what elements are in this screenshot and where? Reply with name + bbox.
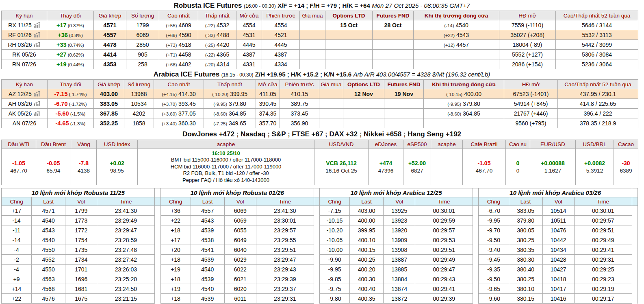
orders-column-spacer	[155, 206, 160, 216]
orders-title-spacer	[473, 188, 479, 197]
order-last: 4563	[32, 274, 65, 284]
change-cell: -5.60(-1.5%)	[48, 109, 94, 118]
change-percent: (0.44%)	[68, 62, 84, 67]
options-ltd-date: 12 Nov	[354, 91, 373, 97]
open-interest: 9560 (+795)	[516, 120, 546, 127]
order-last: 4543	[191, 216, 224, 225]
market-change: -7.8	[72, 160, 95, 166]
change-value: +36	[58, 32, 68, 38]
column-header: Futures FND	[373, 11, 414, 20]
column-header: Futures FND	[384, 80, 424, 89]
orders-column-header: Vol	[384, 197, 415, 206]
open-interest-cell: 5552 (+127)	[499, 50, 556, 59]
market-value: 467.70	[2, 168, 35, 174]
order-time: 00:29:47	[415, 265, 473, 274]
robusta-section-title: Robusta ICE Futures (16:00 - 00:30) X/F …	[1, 0, 642, 11]
order-row: +174571179923:41:30+364557606923:41:30-7…	[2, 206, 638, 216]
orders-column-spacer	[314, 255, 319, 265]
open-price: 390.45	[259, 101, 277, 107]
low-change: (-9.95)	[213, 102, 227, 107]
order-time: 00:29:53	[415, 235, 473, 245]
futures-fnd-date: 28 Oct	[384, 22, 402, 28]
robusta-title: Robusta ICE Futures	[173, 2, 242, 9]
market-change: +0.02	[98, 160, 137, 166]
change-value: -6.70	[54, 101, 67, 107]
order-change: -9.95	[319, 265, 349, 274]
futures-fnd-cell: 19 Nov	[384, 89, 424, 99]
last-cell: 4557	[94, 30, 126, 40]
open-price: 4387	[243, 51, 255, 58]
previous-session: 4554	[274, 22, 287, 28]
order-volume: 1681	[65, 284, 97, 294]
order-change: -9.95	[479, 216, 509, 225]
low-value: 4532	[217, 22, 229, 28]
order-row: -114543177223:29:47+184539605523:29:57-1…	[2, 225, 638, 235]
futures-row: AK 05/26-5.60(-1.5%)367.854202(+3.60)377…	[2, 109, 638, 118]
order-change: -9.40	[479, 245, 509, 255]
column-header: Options LTD	[325, 11, 373, 20]
volume: 1799	[136, 22, 149, 28]
low-value: 399.95	[230, 91, 247, 97]
orders-column-spacer	[473, 235, 479, 245]
chart-icon[interactable]	[34, 42, 41, 48]
open-interest: 21767 (+446)	[514, 110, 548, 117]
orders-column-spacer	[632, 265, 637, 274]
low-cell: (-8.60)364.85	[204, 109, 256, 118]
orders-column-spacer	[473, 294, 479, 304]
chart-icon[interactable]	[34, 101, 41, 107]
contract-cell: RF 01/26	[2, 30, 47, 40]
orders-column-spacer	[155, 265, 160, 274]
column-header: Kỳ hạn	[2, 11, 47, 20]
orders-column-spacer	[473, 274, 479, 284]
contract-name: AH 03/26	[8, 101, 32, 107]
orders-table-title: 10 lệnh mới khớp Robusta 01/26	[160, 188, 314, 197]
order-volume: 10417	[542, 284, 574, 294]
volume-cell: 905	[126, 50, 159, 59]
order-time: 23:29:55	[256, 235, 314, 245]
open-price: 374.35	[259, 110, 277, 117]
chart-icon[interactable]	[33, 110, 40, 117]
buy-price-cell	[300, 59, 325, 69]
low-change: (-8.60)	[213, 112, 227, 116]
orders-column-spacer	[155, 294, 160, 304]
orders-column-header: Last	[191, 197, 224, 206]
change-value: -4.65	[56, 120, 69, 127]
order-volume: 10418	[542, 274, 574, 284]
high-value: 377.05	[178, 110, 196, 117]
chart-icon[interactable]	[33, 91, 40, 97]
column-header: Khi thị trường đóng cửa	[414, 11, 499, 20]
low-change: (-22)	[205, 23, 215, 28]
column-header: USD/VND	[314, 140, 369, 149]
high-change: (+71)	[166, 52, 177, 57]
chart-icon[interactable]	[33, 32, 40, 38]
market-close-cell: (-9.95)379.80	[424, 99, 504, 109]
open-interest: 67523 (-1401)	[513, 91, 549, 97]
column-header: eSP500	[403, 140, 431, 149]
arabica-spreads: Z/H +19.95 ; H/K +15.2 ; K/N +15.6	[255, 71, 351, 78]
order-volume: 13920	[384, 225, 415, 235]
high-change: (+69)	[166, 33, 177, 38]
previous-session-cell: 356.90	[280, 118, 319, 128]
orders-column-spacer	[473, 206, 479, 216]
open-price: 4331	[243, 61, 255, 68]
column-header: Cao/Thấp nhất 52 tuần qua	[558, 80, 638, 89]
chart-icon[interactable]	[33, 22, 40, 28]
close-value: 4543	[456, 32, 469, 38]
market-change: +52.00	[404, 160, 430, 166]
orders-column-spacer	[632, 206, 637, 216]
low-value: 4314	[217, 61, 229, 68]
order-change: -10.05	[319, 235, 349, 245]
market-change: +474	[369, 160, 402, 166]
order-volume: 13925	[384, 206, 415, 216]
range-52w-cell: 5306 / 3084	[556, 50, 638, 59]
last-cell: 4414	[94, 50, 126, 59]
order-change: -4	[2, 245, 32, 255]
order-change: +18	[160, 294, 191, 304]
close-change: (-8.60)	[447, 112, 461, 116]
order-time: 23:29:47	[256, 255, 314, 265]
order-last: 4538	[191, 235, 224, 245]
orders-column-spacer	[632, 225, 637, 235]
order-change: +19	[160, 284, 191, 294]
volume: 6069	[136, 32, 149, 38]
order-change: -10.20	[319, 225, 349, 235]
